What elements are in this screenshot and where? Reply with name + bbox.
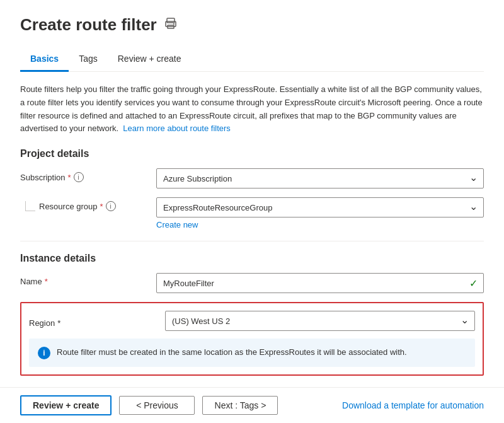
name-valid-icon: ✓ (469, 277, 478, 289)
download-template-link[interactable]: Download a template for automation (342, 400, 484, 410)
description-text: Route filters help you filter the traffi… (20, 83, 484, 136)
name-label: Name * (20, 273, 146, 286)
project-details-section: Project details Subscription * i Azure S… (20, 148, 484, 229)
name-input-wrapper: ✓ (156, 273, 484, 293)
project-details-title: Project details (20, 148, 484, 159)
tabs-container: Basics Tags Review + create (20, 47, 484, 72)
region-row: Region * (US) West US 2 (29, 311, 475, 331)
region-label: Region * (29, 315, 155, 328)
svg-rect-0 (167, 18, 175, 23)
resource-group-select-wrapper: ExpressRouteResourceGroup (156, 197, 484, 217)
page-title: Create route filter (20, 15, 157, 35)
resource-group-row: Resource group * i ExpressRouteResourceG… (20, 197, 484, 229)
name-row: Name * ✓ (20, 273, 484, 293)
learn-more-link[interactable]: Learn more about route filters (123, 124, 231, 133)
region-highlight-box: Region * (US) West US 2 i Route filter m… (20, 302, 484, 376)
instance-details-section: Instance details Name * ✓ Region * (20, 253, 484, 376)
resource-group-control: ExpressRouteResourceGroup Create new (156, 197, 484, 229)
create-new-link[interactable]: Create new (156, 220, 484, 229)
subscription-required: * (68, 173, 71, 182)
svg-point-3 (173, 23, 175, 25)
print-icon[interactable] (164, 17, 177, 33)
subscription-label: Subscription * i (20, 168, 146, 182)
resource-group-select[interactable]: ExpressRouteResourceGroup (156, 197, 484, 217)
name-control: ✓ (156, 273, 484, 293)
region-info-box: i Route filter must be created in the sa… (29, 339, 475, 367)
name-required: * (45, 277, 48, 286)
resource-group-info-icon[interactable]: i (106, 201, 116, 211)
region-select-wrapper: (US) West US 2 (165, 311, 475, 331)
subscription-row: Subscription * i Azure Subscription (20, 168, 484, 188)
subscription-control: Azure Subscription (156, 168, 484, 188)
page-container: Create route filter Basics Tags Review +… (0, 0, 504, 423)
instance-details-title: Instance details (20, 253, 484, 264)
subscription-info-icon[interactable]: i (74, 172, 84, 182)
region-info-text: Route filter must be created in the same… (57, 346, 407, 359)
name-input[interactable] (156, 273, 484, 293)
resource-group-required: * (100, 202, 103, 211)
region-required: * (57, 318, 60, 328)
resource-group-label: Resource group * i (39, 201, 116, 211)
page-header: Create route filter (20, 15, 484, 35)
tab-review-create[interactable]: Review + create (108, 47, 192, 72)
region-select[interactable]: (US) West US 2 (165, 311, 475, 331)
resource-group-label-wrap: Resource group * i (20, 197, 146, 211)
subscription-select-wrapper: Azure Subscription (156, 168, 484, 188)
info-circle-icon: i (38, 347, 50, 359)
subscription-select[interactable]: Azure Subscription (156, 168, 484, 188)
resource-group-indent: Resource group * i (20, 201, 116, 211)
section-divider (20, 241, 484, 241)
previous-button[interactable]: < Previous (119, 396, 195, 415)
footer-bar: Review + create < Previous Next : Tags >… (0, 387, 504, 423)
indent-indicator (25, 201, 35, 211)
region-control: (US) West US 2 (165, 311, 475, 331)
tab-basics[interactable]: Basics (20, 47, 69, 72)
next-button[interactable]: Next : Tags > (202, 396, 278, 415)
tab-tags[interactable]: Tags (69, 47, 108, 72)
review-create-button[interactable]: Review + create (20, 395, 112, 415)
